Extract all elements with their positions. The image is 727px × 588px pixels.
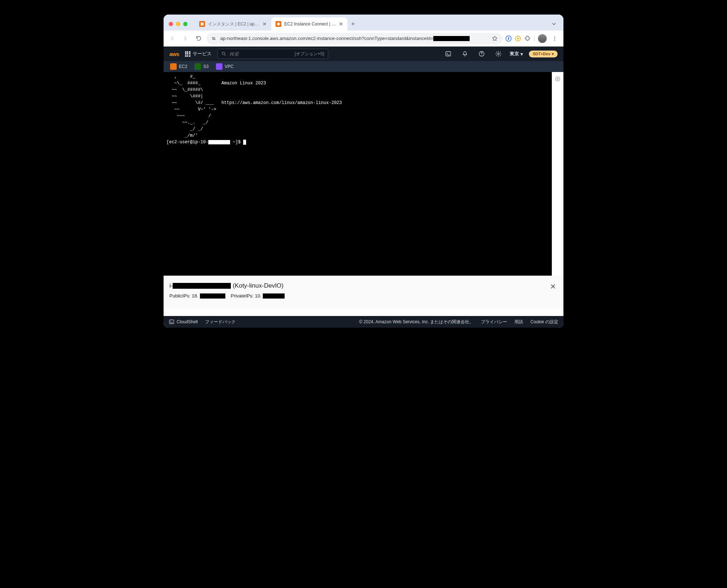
browser-menu-button[interactable] — [550, 33, 560, 44]
public-ip-label: PublicIPs: 18. — [169, 293, 198, 299]
spacer — [164, 309, 563, 316]
bookmark-star-icon[interactable] — [491, 35, 498, 42]
terms-link[interactable]: 用語 — [514, 319, 523, 325]
svg-point-10 — [554, 36, 555, 37]
shortcut-vpc[interactable]: VPC — [213, 63, 237, 70]
extensions-button-icon[interactable] — [524, 35, 531, 42]
motd-ascii: , #_ ~\_ ####_ Amazon Linux 2023 ~~ \_##… — [166, 74, 342, 138]
services-label: サービス — [193, 51, 212, 57]
svg-point-11 — [554, 38, 555, 39]
grid-icon — [185, 51, 190, 57]
instance-ips-row: PublicIPs: 18. PrivateIPs: 10. — [169, 293, 558, 299]
tab-instance-connect[interactable]: EC2 Instance Connect | ap-no ✕ — [271, 17, 348, 31]
svg-point-9 — [517, 37, 519, 39]
tabs-overflow-button[interactable] — [551, 21, 557, 27]
extension-icon[interactable] — [515, 35, 521, 42]
ec2-icon — [170, 63, 177, 70]
svg-point-5 — [214, 39, 215, 40]
footer-cloudshell-button[interactable]: CloudShell — [169, 319, 198, 325]
ec2-favicon-icon — [199, 21, 205, 27]
shortcut-ec2[interactable]: EC2 — [167, 63, 190, 70]
url-field[interactable]: ap-northeast-1.console.aws.amazon.com/ec… — [206, 33, 502, 44]
reload-button[interactable] — [193, 33, 204, 44]
tab-title: EC2 Instance Connect | ap-no — [284, 21, 336, 27]
aws-favorites-bar: EC2 S3 VPC — [164, 61, 563, 72]
cloudshell-icon[interactable] — [443, 48, 454, 59]
redacted-private-ip — [263, 293, 285, 299]
vpc-icon — [216, 63, 222, 70]
svg-rect-14 — [446, 52, 451, 56]
site-settings-icon[interactable] — [211, 36, 217, 41]
shortcut-label: VPC — [225, 64, 234, 69]
maximize-window-button[interactable] — [183, 22, 188, 26]
svg-point-13 — [222, 52, 225, 55]
cloudshell-label: CloudShell — [177, 319, 198, 324]
svg-rect-1 — [201, 23, 204, 25]
svg-point-18 — [557, 78, 558, 80]
badge-label: SDT+Dev — [533, 52, 550, 56]
feedback-link[interactable]: フィードバック — [205, 319, 236, 325]
notifications-icon[interactable] — [459, 48, 470, 59]
chevron-down-icon: ▾ — [521, 51, 523, 57]
svg-point-16 — [498, 53, 499, 55]
region-label: 東京 — [510, 51, 519, 57]
instance-info-panel: i- (Koty-linux-DevIO) PublicIPs: 18. Pri… — [164, 276, 563, 309]
aws-logo[interactable]: aws — [169, 51, 179, 57]
copyright-text: © 2024, Amazon Web Services, Inc. またはその関… — [359, 319, 474, 325]
private-ip-label: PrivateIPs: 10. — [231, 293, 262, 299]
terminal-rail — [552, 72, 563, 276]
shell-prompt: [ec2-user@ip-10- ~]$ — [166, 140, 246, 145]
shortcut-label: S3 — [203, 64, 209, 69]
svg-point-4 — [213, 37, 214, 38]
redacted-ip — [208, 140, 230, 144]
cursor — [243, 140, 246, 145]
search-shortcut-hint: [オプション+S] — [294, 51, 324, 57]
shortcut-label: EC2 — [179, 64, 187, 69]
aws-top-nav: aws サービス [オプション+S] 東京 ▾ S — [164, 47, 563, 61]
preferences-gear-icon[interactable] — [554, 76, 562, 83]
close-tab-icon[interactable]: ✕ — [339, 21, 343, 27]
svg-point-12 — [554, 40, 555, 40]
tab-title: インスタンス | EC2 | ap-northe — [208, 21, 260, 27]
window-controls — [169, 22, 188, 26]
ec2-favicon-icon — [276, 21, 281, 27]
settings-gear-icon[interactable] — [493, 48, 504, 59]
extension-1password-icon[interactable] — [505, 35, 512, 42]
url-text: ap-northeast-1.console.aws.amazon.com/ec… — [220, 36, 488, 41]
terminal-container: , #_ ~\_ ####_ Amazon Linux 2023 ~~ \_##… — [164, 72, 563, 276]
instance-title: i- (Koty-linux-DevIO) — [169, 282, 558, 289]
svg-rect-19 — [169, 320, 174, 324]
address-bar: ap-northeast-1.console.aws.amazon.com/ec… — [164, 31, 563, 47]
close-window-button[interactable] — [169, 22, 173, 26]
cookie-settings-link[interactable]: Cookie の設定 — [530, 319, 558, 325]
search-icon — [221, 51, 226, 56]
chevron-down-icon: ▾ — [552, 52, 554, 56]
s3-icon — [194, 63, 201, 70]
account-badge[interactable]: SDT+Dev ▾ — [529, 51, 558, 57]
region-selector[interactable]: 東京 ▾ — [510, 51, 523, 57]
close-tab-icon[interactable]: ✕ — [262, 21, 267, 27]
browser-window: インスタンス | EC2 | ap-northe ✕ EC2 Instance … — [164, 15, 563, 328]
redacted-public-ip — [200, 293, 225, 299]
redacted-instance-id — [173, 283, 231, 289]
svg-rect-7 — [508, 37, 509, 40]
forward-button[interactable] — [180, 33, 190, 44]
search-input[interactable] — [229, 51, 292, 57]
aws-footer: CloudShell フィードバック © 2024, Amazon Web Se… — [164, 316, 563, 328]
back-button[interactable] — [167, 33, 177, 44]
help-icon[interactable] — [476, 48, 487, 59]
tab-ec2-instances[interactable]: インスタンス | EC2 | ap-northe ✕ — [195, 17, 271, 31]
aws-search-field[interactable]: [オプション+S] — [217, 49, 328, 59]
close-panel-button[interactable]: ✕ — [550, 282, 556, 291]
tab-bar: インスタンス | EC2 | ap-northe ✕ EC2 Instance … — [164, 15, 563, 31]
profile-avatar[interactable] — [538, 34, 547, 43]
services-menu-button[interactable]: サービス — [185, 51, 212, 57]
shortcut-s3[interactable]: S3 — [192, 63, 212, 70]
redacted-instance-id — [433, 36, 470, 41]
svg-point-17 — [555, 77, 560, 81]
privacy-link[interactable]: プライバシー — [481, 319, 507, 325]
new-tab-button[interactable]: + — [348, 20, 359, 28]
minimize-window-button[interactable] — [176, 22, 180, 26]
terminal[interactable]: , #_ ~\_ ####_ Amazon Linux 2023 ~~ \_##… — [164, 72, 552, 276]
